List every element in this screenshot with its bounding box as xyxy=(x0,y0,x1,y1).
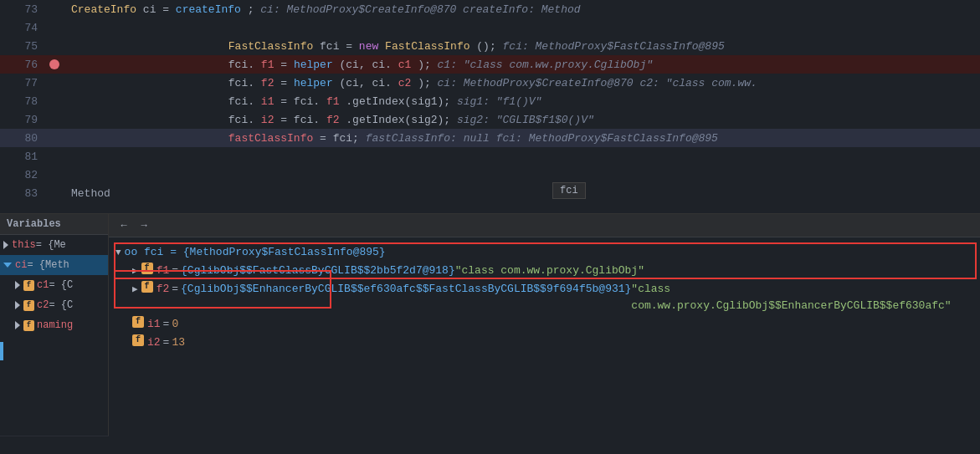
code-plain: ); xyxy=(418,77,437,89)
collapse-icon-c2 xyxy=(15,301,20,309)
line-number-81: 81 xyxy=(0,150,46,163)
var-item-ci[interactable]: ci = {Meth xyxy=(0,255,108,275)
field-icon-c2: f xyxy=(23,300,34,311)
code-line-74: 74 xyxy=(0,18,980,37)
debug-panel: ← → ▼ oo fci = {MethodProxy$FastClassInf… xyxy=(109,213,980,454)
code-type: FastClassInfo xyxy=(385,40,469,53)
line-number-76: 76 xyxy=(0,59,46,71)
field-icon-c1: f xyxy=(23,280,34,291)
code-field: c1 xyxy=(398,59,412,71)
code-comment: ci: MethodProxy$CreateInfo@870 createInf… xyxy=(260,3,580,16)
code-line-73: 73 CreateInfo ci = createInfo ; ci: Meth… xyxy=(0,0,980,18)
var-item-c1[interactable]: f c1 = {C xyxy=(0,275,108,295)
debug-f1-arrow: ▶ xyxy=(132,263,138,279)
code-plain: ci = xyxy=(143,3,176,16)
variables-header: Variables xyxy=(0,214,108,235)
code-lines: 73 CreateInfo ci = createInfo ; ci: Meth… xyxy=(0,0,980,202)
collapse-icon-c1 xyxy=(15,281,20,289)
var-val-c2: = {C xyxy=(49,297,73,314)
debug-root-label: oo fci = {MethodProxy$FastClassInfo@895} xyxy=(125,244,386,261)
line-number-78: 78 xyxy=(0,95,46,108)
debug-f2-eq: = xyxy=(172,281,178,298)
code-fn: helper xyxy=(294,77,333,89)
debug-f1-name: f1 xyxy=(156,263,170,279)
variables-panel: Variables this = {Me ci = {Meth f c1 = {… xyxy=(0,213,109,454)
code-plain: ); xyxy=(418,59,437,71)
code-line-80: 80 fastClassInfo = fci; fastClassInfo: n… xyxy=(0,129,980,147)
code-plain: .getIndex(sig1); xyxy=(346,95,457,108)
navigate-back-icon[interactable]: ← xyxy=(115,217,132,234)
code-content-75: FastClassInfo fci = new FastClassInfo ()… xyxy=(63,40,980,53)
debug-f2-value: {CglibObj$$EnhancerByCGLIB$$ef630afc$$Fa… xyxy=(181,281,631,298)
code-plain: (ci, ci. xyxy=(340,77,392,89)
code-plain: = fci; xyxy=(320,132,366,145)
debug-f1-value: {CglibObj$$FastClassByCGLIB$$2bb5f2d7@91… xyxy=(181,263,455,279)
code-comment: fastClassInfo: null fci: MethodProxy$Fas… xyxy=(366,132,718,145)
code-plain: (); xyxy=(476,40,502,53)
code-line-77: 77 fci. f2 = helper (ci, ci. c2 ); ci: M… xyxy=(0,74,980,92)
debug-item-f1[interactable]: ▶ f f1 = {CglibObj$$FastClassByCGLIB$$2b… xyxy=(115,263,973,279)
line-number-79: 79 xyxy=(0,114,46,126)
code-plain: fci. xyxy=(228,114,254,126)
var-val-this: = {Me xyxy=(36,237,66,253)
var-item-this[interactable]: this = {Me xyxy=(0,235,108,255)
code-editor: 73 CreateInfo ci = createInfo ; ci: Meth… xyxy=(0,0,980,234)
var-name-ci: ci xyxy=(15,257,27,273)
debug-item-f2[interactable]: ▶ f f2 = {CglibObj$$EnhancerByCGLIB$$ef6… xyxy=(115,281,973,314)
code-plain: = xyxy=(280,77,294,89)
debug-i1-eq: = xyxy=(163,316,170,333)
code-plain: = xyxy=(280,59,294,71)
debug-f2-str: "class com.ww.proxy.CglibObj$$EnhancerBy… xyxy=(631,281,973,314)
debug-item-i1: f i1 = 0 xyxy=(115,316,973,333)
code-type: CreateInfo xyxy=(71,3,136,16)
code-plain: fci. xyxy=(228,77,254,89)
collapse-icon-naming xyxy=(15,321,20,329)
field-icon-naming: f xyxy=(23,320,34,331)
var-val-c1: = {C xyxy=(49,277,73,293)
debug-i1-name: i1 xyxy=(147,316,161,333)
code-plain: ; xyxy=(248,3,261,16)
code-plain: fci. xyxy=(228,59,254,71)
debug-f2-name: f2 xyxy=(156,281,170,298)
debug-tooltip-text: fci xyxy=(560,185,578,196)
debug-f1-eq: = xyxy=(172,263,178,279)
var-item-naming[interactable]: f naming xyxy=(0,315,108,335)
debug-toolbar: ← → xyxy=(109,214,980,237)
code-field: f1 xyxy=(326,95,340,108)
debug-root-item[interactable]: ▼ oo fci = {MethodProxy$FastClassInfo@89… xyxy=(115,244,973,261)
field-icon-f2: f xyxy=(141,281,153,293)
var-item-c2[interactable]: f c2 = {C xyxy=(0,295,108,315)
code-line-81: 81 xyxy=(0,147,980,166)
debug-item-i2: f i2 = 13 xyxy=(115,334,973,351)
navigate-forward-icon[interactable]: → xyxy=(136,217,152,234)
code-plain: Method xyxy=(71,187,110,200)
code-field: i1 xyxy=(261,95,275,108)
debug-i1-value: 0 xyxy=(172,316,178,333)
code-comment: ci: MethodProxy$CreateInfo@870 c2: "clas… xyxy=(438,77,757,89)
code-plain: fci. xyxy=(228,95,254,108)
code-content-83: Method xyxy=(63,187,980,200)
code-field: c2 xyxy=(398,77,412,89)
line-number-77: 77 xyxy=(0,77,46,89)
code-line-78: 78 fci. i1 = fci. f1 .getIndex(sig1); si… xyxy=(0,92,980,110)
line-number-75: 75 xyxy=(0,40,46,53)
var-name-c2: c2 xyxy=(37,297,49,314)
code-fn: createInfo xyxy=(176,3,241,16)
line-number-74: 74 xyxy=(0,22,46,34)
code-field: f1 xyxy=(261,59,275,71)
code-field: f2 xyxy=(261,77,275,89)
code-field: i2 xyxy=(261,114,275,126)
code-line-76: 76 fci. f1 = helper (ci, ci. c1 ); c1: "… xyxy=(0,55,980,74)
line-number-80: 80 xyxy=(0,132,46,145)
code-fn: helper xyxy=(294,59,333,71)
code-content-76: fci. f1 = helper (ci, ci. c1 ); c1: "cla… xyxy=(63,59,980,71)
code-content-73: CreateInfo ci = createInfo ; ci: MethodP… xyxy=(63,3,980,16)
debug-indicator xyxy=(0,342,3,360)
debug-root-arrow: ▼ xyxy=(115,244,121,261)
collapse-icon-this xyxy=(3,241,8,249)
field-icon-i2: f xyxy=(132,334,144,346)
debug-tooltip: fci xyxy=(552,182,586,199)
code-line-83: 83 Method xyxy=(0,184,980,202)
debug-i2-name: i2 xyxy=(147,334,161,351)
code-comment: sig2: "CGLIB$f1$0()V" xyxy=(457,114,594,126)
